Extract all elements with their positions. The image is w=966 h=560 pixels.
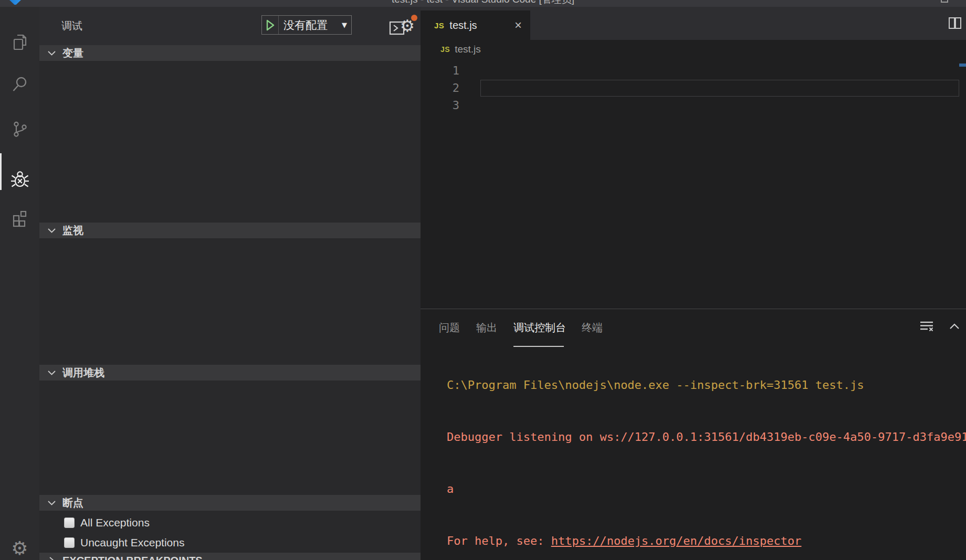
sidebar-header: 调试 没有配置 ▼ ⚙ [39, 7, 421, 45]
code-line-3: 3 [421, 97, 966, 114]
sidebar-title: 调试 [61, 7, 82, 45]
inspector-docs-link[interactable]: https://nodejs.org/en/docs/inspector [551, 534, 802, 547]
breakpoint-row-uncaught-exceptions[interactable]: Uncaught Exceptions [39, 533, 421, 552]
files-icon [10, 33, 29, 51]
section-exception-breakpoints-clipped[interactable]: EXCEPTION BREAKPOINTS [39, 553, 421, 560]
debug-launch-control: 没有配置 ▼ [261, 15, 352, 35]
chevron-down-icon [47, 49, 56, 57]
vscode-window: test.js - test - Visual Studio Code [管理员… [0, 0, 966, 560]
sidebar-item-source-control[interactable] [0, 114, 39, 144]
debug-icon [10, 169, 30, 189]
overview-ruler-mark [959, 64, 966, 67]
panel-tab-problems[interactable]: 问题 [439, 315, 460, 340]
sidebar-item-search[interactable] [0, 70, 39, 99]
search-icon [10, 75, 29, 94]
bottom-panel: 问题 输出 调试控制台 终端 C:\Program Files\nodejs\n… [421, 309, 966, 560]
breadcrumb-item-file[interactable]: test.js [455, 44, 481, 55]
breadcrumb: JS test.js [421, 40, 966, 59]
editor-group: JS test.js × JS test.js 1 2 3 [421, 7, 966, 309]
console-line: a [447, 480, 966, 498]
window-title: test.js - test - Visual Studio Code [管理员… [0, 0, 966, 6]
console-icon [389, 21, 405, 35]
tab-test-js[interactable]: JS test.js × [421, 10, 530, 40]
source-control-icon [10, 120, 29, 139]
checkbox-uncaught-exceptions[interactable] [64, 537, 75, 548]
start-debug-button[interactable] [262, 16, 279, 34]
section-call-stack[interactable]: 调用堆栈 [39, 365, 421, 381]
editor-tab-bar: JS test.js × [421, 7, 966, 40]
title-bar: test.js - test - Visual Studio Code [管理员… [0, 0, 966, 7]
sidebar-item-explorer[interactable] [0, 27, 39, 57]
js-file-icon: JS [434, 21, 444, 30]
panel-tab-output[interactable]: 输出 [476, 315, 497, 340]
close-icon[interactable]: × [514, 19, 522, 31]
section-breakpoints[interactable]: 断点 [39, 495, 421, 511]
chevron-up-icon[interactable] [948, 322, 961, 331]
current-line-highlight [480, 80, 959, 97]
restore-window-icon[interactable] [941, 0, 948, 3]
sidebar-item-debug[interactable] [0, 164, 39, 194]
js-file-icon: JS [440, 45, 450, 54]
line-number-gutter[interactable]: 2 [421, 79, 459, 97]
section-variables[interactable]: 变量 [39, 45, 421, 61]
chevron-down-icon [47, 369, 56, 376]
open-debug-console-button[interactable] [389, 21, 405, 35]
notification-badge [411, 15, 417, 21]
console-line: For help, see: https://nodejs.org/en/doc… [447, 532, 966, 550]
breakpoint-row-all-exceptions[interactable]: All Exceptions [39, 513, 421, 532]
line-number-gutter[interactable]: 1 [421, 62, 459, 79]
play-icon [265, 19, 276, 31]
sidebar-item-extensions[interactable] [0, 203, 39, 233]
gear-icon: ⚙ [11, 534, 28, 560]
section-watch[interactable]: 监视 [39, 223, 421, 238]
debug-config-dropdown[interactable]: 没有配置 [279, 18, 342, 33]
clear-console-button[interactable] [919, 320, 934, 333]
extensions-icon [10, 208, 29, 227]
debug-sidebar: 调试 没有配置 ▼ ⚙ [39, 7, 421, 560]
settings-button[interactable]: ⚙ [0, 534, 39, 560]
split-editor-button[interactable] [948, 16, 962, 30]
code-line-1: 1 [421, 62, 966, 79]
debug-console-output: C:\Program Files\nodejs\node.exe --inspe… [447, 342, 966, 552]
chevron-right-icon [47, 557, 56, 560]
checkbox-all-exceptions[interactable] [64, 517, 75, 528]
activity-bar: ⚙ [0, 7, 39, 560]
chevron-down-icon[interactable]: ▼ [342, 21, 351, 29]
console-line: Debugger listening on ws://127.0.0.1:315… [447, 428, 966, 446]
chevron-down-icon [47, 499, 56, 506]
panel-tab-terminal[interactable]: 终端 [582, 315, 603, 340]
panel-tab-debug-console[interactable]: 调试控制台 [513, 315, 566, 340]
line-number-gutter[interactable]: 3 [421, 97, 459, 114]
chevron-down-icon [47, 227, 56, 234]
console-line: C:\Program Files\nodejs\node.exe --inspe… [447, 376, 966, 394]
